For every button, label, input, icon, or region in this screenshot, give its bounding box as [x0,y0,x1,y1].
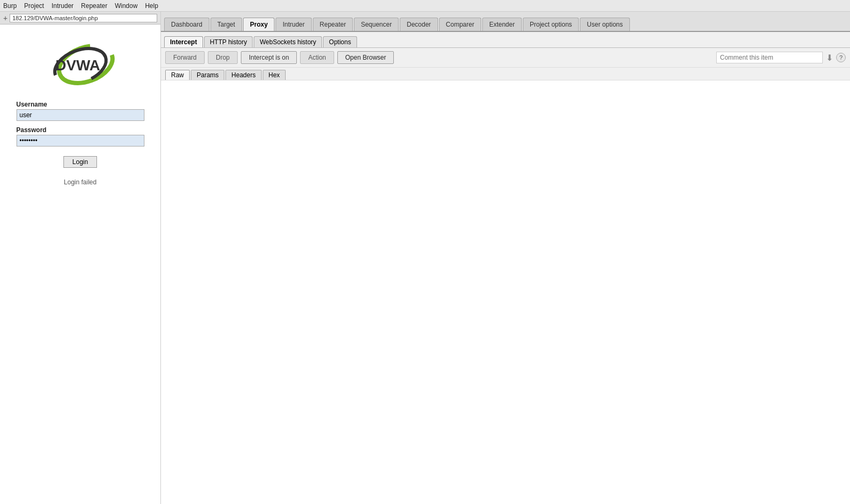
secondary-tabs: Intercept HTTP history WebSockets histor… [161,32,850,48]
username-group: Username [17,101,144,121]
tab-intruder[interactable]: Intruder [276,18,311,31]
password-group: Password [17,126,144,147]
top-tabs: Dashboard Target Proxy Intruder Repeater… [161,12,850,32]
tab-dashboard[interactable]: Dashboard [164,18,209,31]
dvwa-logo: DVWA [46,40,115,88]
send-to-icon[interactable]: ⬇ [826,53,833,63]
menu-project[interactable]: Project [24,2,44,10]
main-area: + 182.129/DVWA-master/login.php DVWA Use… [0,12,850,504]
content-tab-raw[interactable]: Raw [165,70,190,80]
menu-bar: Burp Project Intruder Repeater Window He… [0,0,850,12]
address-bar-area: + 182.129/DVWA-master/login.php [0,12,160,25]
username-label: Username [17,101,144,108]
login-btn-container: Login [17,156,144,168]
tab-comparer[interactable]: Comparer [439,18,481,31]
drop-button[interactable]: Drop [208,51,238,64]
content-tab-hex[interactable]: Hex [263,70,286,80]
forward-button[interactable]: Forward [165,51,205,64]
left-panel: + 182.129/DVWA-master/login.php DVWA Use… [0,12,161,504]
dvwa-logo-container: DVWA [46,40,115,90]
password-input[interactable] [17,135,144,147]
sec-tab-intercept[interactable]: Intercept [164,36,203,47]
tab-target[interactable]: Target [211,18,242,31]
tab-project-options[interactable]: Project options [523,18,579,31]
sec-tab-http-history[interactable]: HTTP history [204,36,253,47]
username-input[interactable] [17,109,144,121]
content-tab-headers[interactable]: Headers [225,70,261,80]
action-button[interactable]: Action [300,51,334,64]
comment-input[interactable] [716,52,823,63]
toolbar: Forward Drop Intercept is on Action Open… [161,48,850,68]
tab-extender[interactable]: Extender [482,18,522,31]
right-panel: Dashboard Target Proxy Intruder Repeater… [161,12,850,504]
tab-sequencer[interactable]: Sequencer [354,18,399,31]
tab-user-options[interactable]: User options [580,18,629,31]
help-icon[interactable]: ? [836,53,846,62]
svg-text:DVWA: DVWA [55,57,100,74]
menu-help[interactable]: Help [145,2,158,10]
password-label: Password [17,126,144,134]
editor-area [161,80,850,504]
sec-tab-options[interactable]: Options [323,36,357,47]
open-browser-button[interactable]: Open Browser [337,51,394,64]
content-tab-params[interactable]: Params [191,70,224,80]
tab-repeater[interactable]: Repeater [313,18,353,31]
intercept-toggle-button[interactable]: Intercept is on [241,51,297,64]
address-bar: 182.129/DVWA-master/login.php [10,14,157,22]
tab-proxy[interactable]: Proxy [243,18,274,31]
menu-repeater[interactable]: Repeater [81,2,107,10]
login-button[interactable]: Login [63,156,97,168]
new-tab-button[interactable]: + [3,14,7,22]
menu-burp[interactable]: Burp [3,2,17,10]
sec-tab-websockets-history[interactable]: WebSockets history [254,36,322,47]
page-content: DVWA Username Password Login Login faile… [0,25,160,504]
content-tabs: Raw Params Headers Hex [161,68,850,80]
menu-window[interactable]: Window [115,2,137,10]
menu-intruder[interactable]: Intruder [52,2,74,10]
login-failed-text: Login failed [64,178,96,186]
tab-decoder[interactable]: Decoder [400,18,438,31]
